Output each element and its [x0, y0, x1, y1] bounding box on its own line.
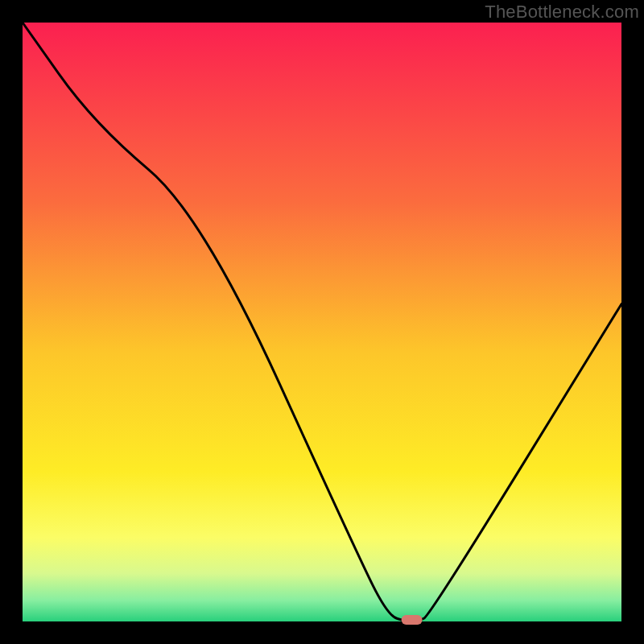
chart-svg — [0, 0, 644, 644]
chart-plot-background — [23, 23, 621, 621]
watermark-label: TheBottleneck.com — [485, 2, 639, 23]
bottleneck-chart: TheBottleneck.com — [0, 0, 644, 644]
optimal-point-marker — [402, 615, 423, 625]
